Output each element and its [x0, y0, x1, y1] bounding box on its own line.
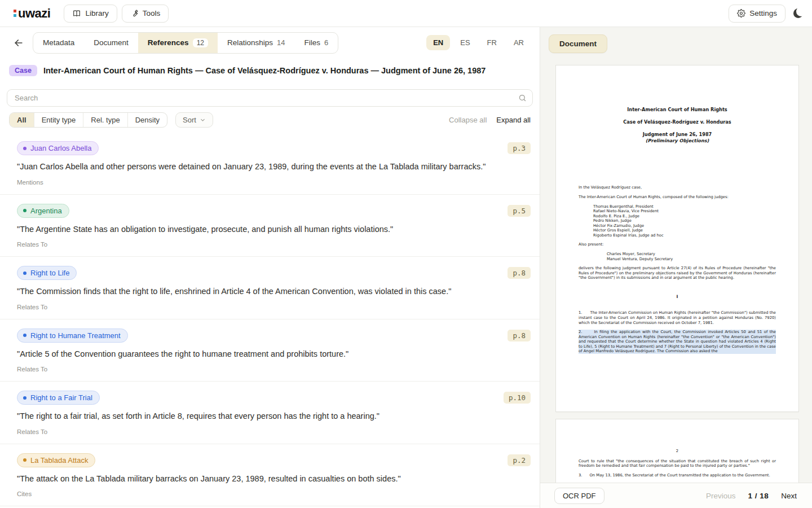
page-indicator: 1 / 18 [748, 492, 769, 500]
reference-quote: "Juan Carlos Abella and other persons we… [17, 161, 531, 173]
tab-metadata[interactable]: Metadata [33, 33, 84, 53]
pdf-text-block: In the Velásquez Rodríguez case, [579, 185, 776, 190]
collapse-all-button[interactable]: Collapse all [449, 116, 487, 124]
pdf-text-block: Charles Moyer, SecretaryManuel Ventura, … [607, 252, 776, 261]
reference-card[interactable]: La Tablada Attackp.2"The attack on the L… [0, 444, 540, 507]
previous-page-button[interactable]: Previous [706, 492, 736, 500]
reference-quote: "The Commission finds that the right to … [17, 286, 531, 297]
pdf-page-2: 2Court to rule that "the consequences of… [555, 419, 799, 483]
tab-label: Document [94, 38, 129, 47]
pdf-text-block: Inter-American Court of Human Rights [579, 107, 776, 113]
pdf-text-block: 3. On May 13, 1986, the Secretariat of t… [579, 473, 776, 478]
language-fr[interactable]: FR [480, 35, 504, 50]
case-type-badge: Case [9, 65, 37, 76]
tab-references[interactable]: References12 [138, 33, 218, 53]
book-icon [72, 9, 81, 18]
page-chip[interactable]: p.8 [508, 267, 531, 279]
tab-files[interactable]: Files6 [295, 33, 338, 53]
reference-quote: "The Argentine State has an obligation t… [17, 224, 531, 235]
language-en[interactable]: EN [426, 35, 450, 50]
filter-rel-type[interactable]: Rel. type [83, 113, 127, 127]
entity-badge[interactable]: Right to a Fair Trial [17, 391, 100, 405]
uwazi-logo-text: uwazi [18, 6, 50, 21]
back-arrow-icon [13, 37, 24, 49]
tools-button-label: Tools [143, 9, 161, 17]
pdf-viewport[interactable]: Inter-American Court of Human RightsCase… [555, 65, 799, 483]
pdf-text-block: The Inter-American Court of Human Rights… [579, 195, 776, 200]
settings-button[interactable]: Settings [729, 5, 785, 23]
filter-segment-group: AllEntity typeRel. typeDensity [9, 112, 167, 128]
uwazi-logo-colon-icon [14, 10, 16, 17]
pdf-text-block: I [579, 294, 776, 300]
page-chip[interactable]: p.2 [508, 454, 531, 466]
tab-group: MetadataDocumentReferences12Relationship… [33, 32, 338, 54]
pdf-text-block: Case of Velásquez-Rodríguez v. Honduras [579, 120, 776, 125]
page-chip[interactable]: p.10 [504, 392, 531, 404]
filter-all[interactable]: All [10, 113, 34, 127]
pdf-page-1: Inter-American Court of Human RightsCase… [555, 65, 799, 412]
search-input[interactable] [7, 89, 533, 107]
pdf-text-block: Judgment of June 26, 1987 [579, 132, 776, 138]
entity-dot-icon [23, 271, 27, 275]
reference-card[interactable]: Right to Lifep.8"The Commission finds th… [0, 257, 540, 319]
relationship-type: Relates To [17, 304, 531, 310]
reference-card[interactable]: Right to Humane Treatmentp.8"Article 5 o… [0, 319, 540, 382]
reference-quote: "The attack on the La Tablada military b… [17, 474, 531, 485]
tab-relationships[interactable]: Relationships14 [218, 33, 295, 53]
case-header: Case Inter-American Court of Human Right… [0, 58, 540, 82]
page-chip[interactable]: p.5 [508, 205, 531, 217]
pdf-text-block: Also present: [579, 242, 776, 247]
language-ar[interactable]: AR [507, 35, 531, 50]
uwazi-logo[interactable]: uwazi [14, 6, 50, 21]
wrench-icon [130, 9, 139, 17]
tab-label: Relationships [227, 38, 273, 47]
entity-dot-icon [23, 458, 27, 462]
dark-mode-toggle-moon-icon[interactable] [793, 8, 803, 18]
library-button-label: Library [85, 9, 108, 17]
reference-card[interactable]: Right to a Fair Trialp.10"The right to a… [0, 382, 540, 444]
references-panel: MetadataDocumentReferences12Relationship… [0, 27, 540, 508]
page-chip[interactable]: p.3 [508, 142, 531, 154]
pdf-text-block: Thomas Buergenthal, PresidentRafael Niet… [593, 204, 776, 238]
relationship-type: Cites [17, 491, 531, 497]
entity-badge[interactable]: Argentina [17, 204, 69, 218]
filter-density[interactable]: Density [127, 113, 167, 127]
reference-card[interactable]: Juan Carlos Abellap.3"Juan Carlos Abella… [0, 132, 540, 195]
next-page-button[interactable]: Next [781, 492, 797, 500]
entity-badge[interactable]: Right to Life [17, 266, 77, 280]
top-bar: uwazi Library Tools Settings [0, 0, 812, 27]
relationship-type: Mentions [17, 179, 531, 186]
pdf-text-block: delivers the following judgment pursuant… [579, 266, 776, 281]
sort-dropdown-label: Sort [183, 116, 196, 124]
relationship-type: Relates To [17, 366, 531, 373]
library-button[interactable]: Library [64, 5, 117, 23]
language-es[interactable]: ES [453, 35, 476, 50]
viewer-document-tab[interactable]: Document [549, 34, 607, 53]
page-chip[interactable]: p.8 [508, 330, 531, 341]
entity-name: Argentina [30, 207, 62, 215]
tab-label: Files [304, 38, 321, 47]
sort-dropdown[interactable]: Sort [175, 112, 213, 128]
ocr-pdf-button[interactable]: OCR PDF [554, 488, 604, 504]
entity-badge[interactable]: Juan Carlos Abella [17, 141, 99, 155]
entity-badge[interactable]: Right to Humane Treatment [17, 329, 128, 343]
back-button[interactable] [9, 33, 28, 52]
pdf-text-block: (Preliminary Objections) [579, 138, 776, 144]
tab-document[interactable]: Document [84, 33, 138, 53]
reference-quote: "The right to a fair trial, as set forth… [17, 411, 531, 422]
document-viewer-panel: Document Inter-American Court of Human R… [540, 27, 812, 508]
entity-badge[interactable]: La Tablada Attack [17, 453, 95, 467]
filter-entity-type[interactable]: Entity type [34, 113, 83, 127]
language-switcher: ENESFRAR [426, 35, 531, 50]
document-tabs-row: MetadataDocumentReferences12Relationship… [0, 27, 540, 58]
relationship-type: Relates To [17, 241, 531, 248]
entity-name: Right to a Fair Trial [30, 393, 92, 402]
expand-all-button[interactable]: Expand all [496, 116, 531, 124]
entity-name: Juan Carlos Abella [30, 144, 91, 152]
pdf-text-block: 2 [579, 449, 776, 454]
relationship-type: Relates To [17, 428, 531, 435]
pdf-text-block: 2. In filing the application with the Co… [579, 330, 776, 354]
entity-name: Right to Humane Treatment [30, 331, 121, 340]
tools-button[interactable]: Tools [122, 5, 169, 23]
reference-card[interactable]: Argentinap.5"The Argentine State has an … [0, 195, 540, 257]
